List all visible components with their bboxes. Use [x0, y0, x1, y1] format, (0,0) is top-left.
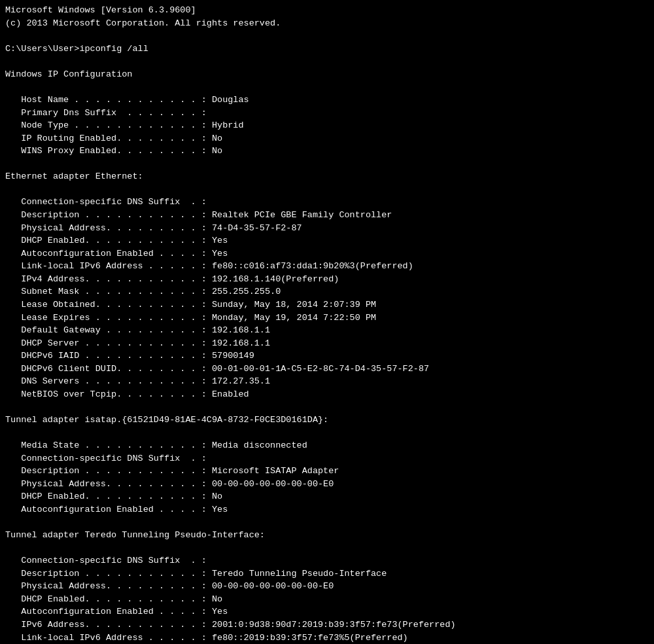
terminal-line: DHCP Enabled. . . . . . . . . . . : No [5, 593, 649, 606]
terminal-line [5, 29, 649, 43]
terminal-line: Windows IP Configuration [5, 68, 649, 81]
terminal-line [5, 427, 649, 440]
terminal-line [5, 55, 649, 68]
terminal-line: Physical Address. . . . . . . . . : 00-0… [5, 478, 649, 491]
terminal-line: Connection-specific DNS Suffix . : [5, 452, 649, 465]
terminal-line [5, 80, 649, 94]
terminal-line: (c) 2013 Microsoft Corporation. All righ… [5, 17, 649, 30]
terminal-line: Physical Address. . . . . . . . . : 74-D… [5, 222, 649, 235]
terminal-line [5, 401, 649, 414]
terminal-line: Subnet Mask . . . . . . . . . . . : 255.… [5, 285, 649, 298]
terminal-line: Media State . . . . . . . . . . . : Medi… [5, 439, 649, 452]
terminal-line: Autoconfiguration Enabled . . . . : Yes [5, 503, 649, 516]
terminal-line: Tunnel adapter isatap.{61521D49-81AE-4C9… [5, 414, 649, 427]
terminal-line: Description . . . . . . . . . . . : Tere… [5, 567, 649, 581]
terminal-line: Description . . . . . . . . . . . : Real… [5, 209, 649, 222]
terminal-line: NetBIOS over Tcpip. . . . . . . . : Enab… [5, 388, 649, 401]
terminal-line: Lease Expires . . . . . . . . . . : Mond… [5, 312, 649, 325]
terminal-line: DNS Servers . . . . . . . . . . . : 172.… [5, 375, 649, 388]
terminal-line: DHCP Enabled. . . . . . . . . . . : No [5, 490, 649, 503]
terminal-line: Microsoft Windows [Version 6.3.9600] [5, 4, 649, 17]
terminal-line: Connection-specific DNS Suffix . : [5, 554, 649, 567]
terminal-line: Default Gateway . . . . . . . . . : 192.… [5, 324, 649, 337]
terminal-line: IPv6 Address. . . . . . . . . . . : 2001… [5, 618, 649, 632]
terminal-line: IPv4 Address. . . . . . . . . . . : 192.… [5, 273, 649, 286]
terminal-line [5, 183, 649, 196]
terminal-line: Node Type . . . . . . . . . . . . : Hybr… [5, 119, 649, 132]
terminal-line: Host Name . . . . . . . . . . . . : Doug… [5, 94, 649, 107]
terminal-line: DHCP Server . . . . . . . . . . . : 192.… [5, 337, 649, 350]
terminal-line: Tunnel adapter Teredo Tunneling Pseudo-I… [5, 529, 649, 542]
terminal-line: IP Routing Enabled. . . . . . . . : No [5, 132, 649, 145]
terminal-line: Primary Dns Suffix . . . . . . . : [5, 107, 649, 120]
terminal-line: Connection-specific DNS Suffix . : [5, 196, 649, 209]
terminal-line [5, 542, 649, 555]
terminal-line [5, 158, 649, 171]
terminal-line: WINS Proxy Enabled. . . . . . . . : No [5, 145, 649, 158]
terminal-line: C:\Users\User>ipconfig /all [5, 43, 649, 56]
terminal-line: DHCPv6 Client DUID. . . . . . . . : 00-0… [5, 363, 649, 376]
terminal-line: Link-local IPv6 Address . . . . . : fe80… [5, 632, 649, 644]
terminal-line: Autoconfiguration Enabled . . . . : Yes [5, 247, 649, 260]
terminal-line: Physical Address. . . . . . . . . : 00-0… [5, 580, 649, 593]
terminal-window: Microsoft Windows [Version 6.3.9600](c) … [5, 4, 649, 644]
terminal-line [5, 516, 649, 529]
terminal-line: Autoconfiguration Enabled . . . . : Yes [5, 605, 649, 618]
terminal-line: Lease Obtained. . . . . . . . . . : Sund… [5, 298, 649, 312]
terminal-line: DHCPv6 IAID . . . . . . . . . . . : 5790… [5, 349, 649, 363]
terminal-line: Link-local IPv6 Address . . . . . : fe80… [5, 260, 649, 273]
terminal-line: Description . . . . . . . . . . . : Micr… [5, 465, 649, 478]
terminal-line: Ethernet adapter Ethernet: [5, 170, 649, 183]
terminal-line: DHCP Enabled. . . . . . . . . . . : Yes [5, 234, 649, 247]
